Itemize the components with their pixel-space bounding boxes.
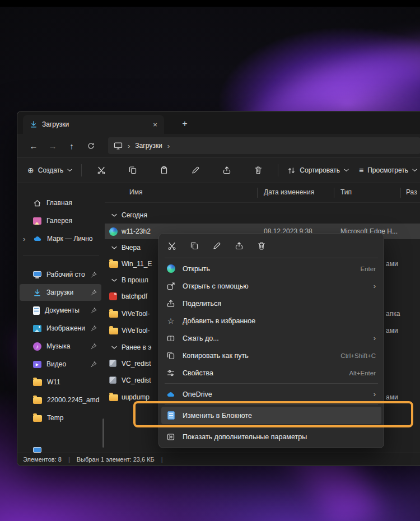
new-tab-button[interactable]: + [178, 117, 192, 131]
file-type-fragment: ами [386, 393, 398, 401]
menu-separator [165, 258, 378, 258]
chevron-down-icon[interactable] [111, 246, 117, 250]
sidebar-item-label: Изображени [46, 324, 85, 332]
view-button[interactable]: ≡ Просмотреть [354, 161, 420, 179]
paste-button[interactable] [149, 161, 179, 179]
sidebar-item-temp[interactable]: Temp [20, 410, 101, 426]
sidebar-item-videos[interactable]: ▶ Видео [20, 356, 101, 373]
column-header-date[interactable]: Дата изменения [264, 188, 314, 196]
column-header-row: Имя Дата изменения Тип Раз [105, 183, 420, 203]
menu-item-label: Копировать как путь [183, 352, 334, 360]
cut-button[interactable] [162, 238, 181, 254]
group-label: Ранее в э [122, 343, 151, 351]
cut-button[interactable] [86, 161, 116, 179]
share-button[interactable] [212, 161, 242, 179]
sort-icon [287, 166, 296, 175]
create-button[interactable]: ⊕ Создать [23, 161, 77, 179]
menu-item-onedrive[interactable]: OneDrive › [161, 385, 381, 403]
submenu-chevron-icon: › [374, 334, 376, 342]
share-icon [235, 241, 244, 250]
copy-path-icon [166, 351, 176, 360]
sidebar-item-documents[interactable]: Документы [20, 302, 101, 319]
sidebar-item-label: Галерея [46, 217, 72, 225]
sidebar-item-pictures[interactable]: Изображени [20, 320, 101, 337]
breadcrumb-location[interactable]: Загрузки [135, 142, 162, 150]
sidebar-item-label: Документы [45, 306, 80, 314]
file-explorer-window: Загрузки × + ← → ↑ › Загрузки › ⊕ [17, 111, 420, 466]
chevron-down-icon[interactable] [111, 346, 117, 350]
menu-item-open-with[interactable]: Открыть с помощью › [161, 277, 381, 295]
sidebar-item-gallery[interactable]: Галерея [20, 212, 101, 229]
sidebar-scrollbar[interactable] [102, 418, 104, 448]
menu-item-open[interactable]: Открыть Enter [161, 260, 381, 277]
copy-button[interactable] [185, 238, 204, 254]
column-header-name[interactable]: Имя [129, 188, 142, 196]
up-button[interactable]: ↑ [62, 137, 81, 154]
group-header-today[interactable]: Сегодня [105, 207, 420, 223]
sidebar-item-desktop[interactable]: Рабочий сто [20, 266, 101, 283]
installer-icon [109, 376, 116, 384]
pin-icon [91, 290, 97, 296]
menu-item-label: Открыть с помощью [183, 282, 367, 290]
status-bar: Элементов: 8 | Выбран 1 элемент: 23,6 КБ… [17, 453, 420, 466]
sidebar-item-downloads[interactable]: Загрузки [20, 284, 101, 301]
forward-button[interactable]: → [43, 137, 62, 154]
chevron-down-icon[interactable] [111, 213, 117, 217]
copy-icon [190, 241, 199, 250]
file-type-fragment: апка [386, 310, 400, 318]
tab-downloads[interactable]: Загрузки × [23, 115, 164, 134]
delete-button[interactable] [252, 238, 271, 254]
file-name: ViVeTool- [122, 327, 150, 334]
navigation-bar: ← → ↑ › Загрузки › [17, 134, 420, 157]
sidebar-item-w11[interactable]: W11 [20, 374, 101, 390]
chevron-down-icon [344, 169, 349, 172]
folder-icon [109, 327, 118, 334]
chevron-down-icon[interactable] [111, 278, 117, 282]
sidebar-item-onedrive[interactable]: › Марк — Лично [20, 230, 101, 247]
column-divider[interactable] [257, 188, 258, 198]
copy-button[interactable] [118, 161, 148, 179]
sort-button[interactable]: Сортировать [283, 161, 353, 179]
back-button[interactable]: ← [24, 137, 43, 154]
menu-item-compress[interactable]: Сжать до... › [161, 329, 381, 347]
menu-item-copy-as-path[interactable]: Копировать как путь Ctrl+Shift+C [161, 347, 381, 364]
menu-shortcut: Enter [361, 266, 376, 272]
column-header-size[interactable]: Раз [406, 188, 417, 196]
edge-file-icon [109, 227, 118, 236]
address-bar[interactable]: › Загрузки › [108, 137, 420, 154]
menu-shortcut: Alt+Enter [349, 370, 376, 376]
column-header-type[interactable]: Тип [340, 188, 352, 196]
sidebar-item-music[interactable]: ♪ Музыка [20, 338, 101, 355]
rename-button[interactable] [180, 161, 211, 179]
menu-item-add-favorites[interactable]: ☆ Добавить в избранное [161, 312, 381, 329]
column-divider[interactable] [334, 188, 334, 198]
menu-item-label: OneDrive [183, 390, 367, 398]
expand-chevron-icon[interactable]: › [23, 235, 25, 243]
delete-button[interactable] [243, 161, 273, 179]
zip-archive-icon [166, 334, 176, 343]
share-button[interactable] [230, 238, 249, 254]
desktop-icon [33, 271, 41, 277]
rename-button[interactable] [207, 238, 226, 254]
submenu-chevron-icon: › [374, 390, 376, 398]
status-item-count: Элементов: 8 [23, 456, 62, 463]
installer-icon [109, 360, 116, 367]
circle-plus-icon: ⊕ [27, 166, 34, 175]
tab-close-button[interactable]: × [150, 119, 161, 130]
sidebar-item-home[interactable]: Главная [20, 194, 101, 211]
menu-item-share[interactable]: Поделиться [161, 295, 381, 312]
context-menu-icon-strip [161, 236, 381, 256]
pictures-icon [33, 325, 41, 332]
documents-icon [33, 306, 40, 315]
properties-icon [166, 369, 176, 378]
clipboard-icon [160, 166, 169, 175]
menu-item-show-more-options[interactable]: Показать дополнительные параметры [161, 428, 381, 445]
sidebar-item-label: Музыка [46, 342, 70, 350]
column-divider[interactable] [400, 188, 401, 198]
sidebar-item-22000[interactable]: 22000.2245_amd [20, 392, 101, 408]
file-type-fragment: ами [386, 327, 398, 334]
sidebar-item-partial[interactable] [20, 442, 101, 453]
menu-item-edit-in-notepad[interactable]: Изменить в Блокноте [161, 407, 381, 424]
refresh-button[interactable] [81, 137, 100, 154]
menu-item-properties[interactable]: Свойства Alt+Enter [161, 364, 381, 382]
